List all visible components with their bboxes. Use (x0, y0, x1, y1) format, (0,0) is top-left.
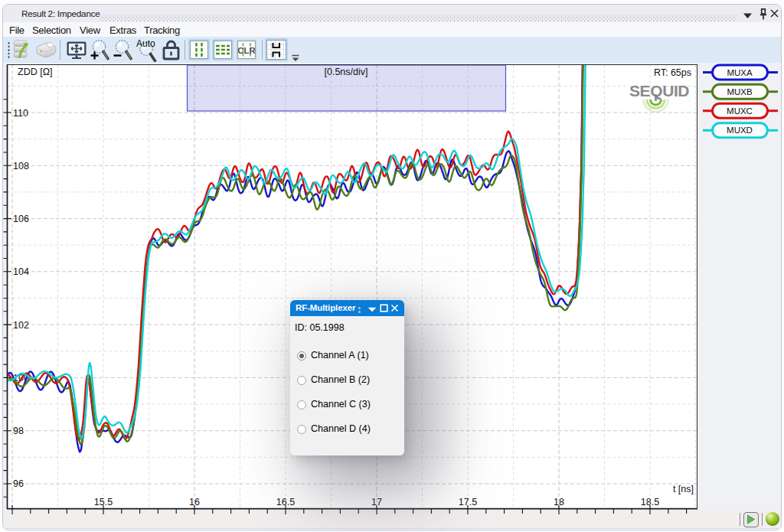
svg-text:[0.5ns/div]: [0.5ns/div] (325, 67, 368, 77)
svg-text:SEQUID: SEQUID (629, 82, 690, 100)
svg-text:MUXC: MUXC (727, 106, 753, 116)
svg-text:18.5: 18.5 (641, 497, 659, 508)
svg-text:15.5: 15.5 (94, 497, 113, 508)
svg-text:106: 106 (13, 214, 29, 224)
svg-text:108: 108 (13, 161, 29, 171)
svg-text:16: 16 (189, 497, 200, 508)
svg-text:ZDD [Ω]: ZDD [Ω] (18, 67, 52, 77)
svg-text:MUXA: MUXA (727, 68, 753, 77)
svg-text:16.5: 16.5 (276, 497, 295, 508)
svg-text:96: 96 (13, 478, 24, 489)
svg-text:104: 104 (13, 266, 29, 277)
svg-text:17.5: 17.5 (459, 497, 477, 508)
svg-text:98: 98 (13, 426, 24, 436)
svg-text:MUXD: MUXD (727, 126, 753, 135)
svg-text:t [ns]: t [ns] (673, 484, 694, 494)
svg-text:18: 18 (554, 497, 564, 508)
svg-text:102: 102 (13, 320, 29, 331)
svg-text:MUXB: MUXB (727, 87, 753, 96)
svg-text:17: 17 (371, 497, 382, 508)
svg-text:110: 110 (13, 108, 28, 119)
svg-text:RT: 65ps: RT: 65ps (654, 67, 691, 78)
